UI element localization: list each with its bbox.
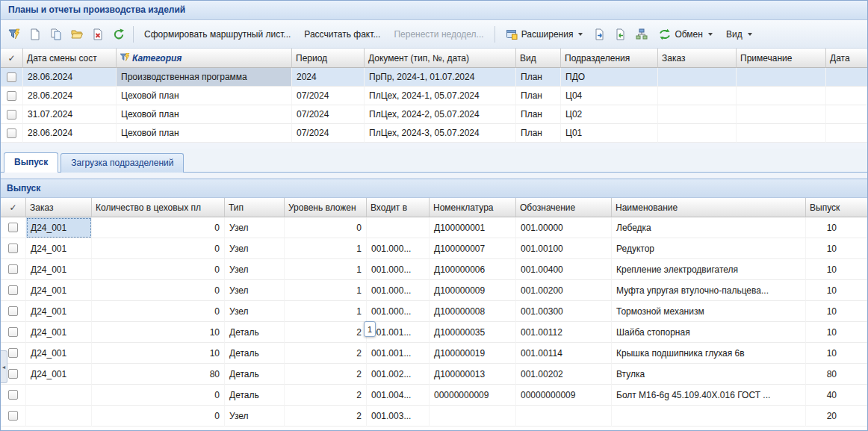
cell-item-name[interactable]: Тормозной механизм bbox=[612, 301, 806, 322]
filter-button[interactable] bbox=[4, 25, 24, 44]
column-header-department[interactable]: Подразделения bbox=[561, 49, 658, 68]
cell-date[interactable] bbox=[826, 87, 867, 105]
table-row[interactable]: 31.07.2024Цеховой план07/2024ПлЦех, 2024… bbox=[1, 105, 867, 124]
cell-nomenclature[interactable] bbox=[430, 406, 516, 427]
cell-nomenclature[interactable]: Д100000035 bbox=[430, 322, 516, 343]
table-row[interactable]: Д24_00110Деталь2001.001...Д100000019001.… bbox=[1, 343, 867, 364]
cell-order[interactable] bbox=[658, 87, 737, 105]
cell-nesting-level[interactable]: 1 bbox=[285, 301, 367, 322]
cell-designation[interactable]: 001.00114 bbox=[516, 343, 612, 364]
cell-output[interactable]: 10 bbox=[806, 217, 867, 238]
row-checkbox[interactable] bbox=[8, 390, 18, 400]
row-checkbox[interactable] bbox=[8, 327, 18, 337]
cell-parent[interactable]: 001.002... bbox=[367, 364, 430, 385]
cell-department[interactable]: ПДО bbox=[561, 68, 658, 87]
cell-nesting-level[interactable]: 1 bbox=[285, 280, 367, 301]
move-unfinished-button[interactable]: Перенести недодел... bbox=[388, 25, 489, 43]
cell-designation[interactable]: 001.00000 bbox=[516, 217, 612, 238]
column-header-check[interactable]: ✓ bbox=[1, 49, 23, 68]
cell-date-changed[interactable]: 28.06.2024 bbox=[23, 68, 117, 87]
cell-output[interactable]: 40 bbox=[806, 385, 867, 406]
cell-order[interactable] bbox=[658, 105, 737, 124]
column-header-item-name[interactable]: Наименование bbox=[612, 198, 806, 217]
cell-kind[interactable]: План bbox=[516, 124, 561, 143]
collapse-handle[interactable]: ◄ bbox=[1, 350, 7, 383]
open-folder-button[interactable] bbox=[67, 25, 87, 44]
cell-order[interactable]: Д24_001 bbox=[26, 364, 92, 385]
column-header-document[interactable]: Документ (тип, №, дата) bbox=[365, 49, 516, 68]
cell-qty-in-shop-plans[interactable]: 0 bbox=[92, 280, 225, 301]
row-checkbox[interactable] bbox=[8, 348, 18, 358]
cell-kind[interactable]: План bbox=[516, 87, 561, 105]
cell-document[interactable]: ПлЦех, 2024-2, 05.07.2024 bbox=[365, 105, 516, 124]
cell-designation[interactable]: 001.00400 bbox=[516, 259, 612, 280]
cell-output[interactable]: 10 bbox=[806, 301, 867, 322]
column-header-category[interactable]: Категория bbox=[117, 49, 292, 68]
view-button[interactable]: Вид bbox=[720, 25, 758, 43]
tab-zagruzka-podrazdeleniy[interactable]: Загрузка подразделений bbox=[61, 153, 184, 173]
cell-note[interactable] bbox=[737, 124, 826, 143]
cell-document[interactable]: ПлЦех, 2024-3, 05.07.2024 bbox=[365, 124, 516, 143]
cell-item-name[interactable]: Шайба стопорная bbox=[612, 322, 806, 343]
cell-parent[interactable]: 001.004... bbox=[367, 385, 430, 406]
table-row[interactable]: 0Узел2001.003...20 bbox=[1, 406, 867, 427]
row-checkbox[interactable] bbox=[7, 72, 16, 82]
column-header-nomenclature[interactable]: Номенклатура bbox=[430, 198, 516, 217]
table-row[interactable]: 28.06.2024Цеховой план07/2024ПлЦех, 2024… bbox=[1, 124, 867, 143]
cell-qty-in-shop-plans[interactable]: 0 bbox=[92, 385, 225, 406]
refresh-button[interactable] bbox=[109, 25, 128, 44]
column-header-kind[interactable]: Вид bbox=[516, 49, 561, 68]
cell-order[interactable]: Д24_001 bbox=[26, 301, 92, 322]
column-header-qty-in-shop-plans[interactable]: Количество в цеховых пл bbox=[92, 198, 225, 217]
cell-designation[interactable]: 001.00100 bbox=[516, 238, 612, 259]
cell-parent[interactable]: 001.000... bbox=[367, 301, 430, 322]
cell-type[interactable]: Узел bbox=[225, 238, 285, 259]
table-row[interactable]: Д24_0010Узел1001.000...Д100000006001.004… bbox=[1, 259, 867, 280]
cell-nomenclature[interactable]: Д100000019 bbox=[430, 343, 516, 364]
cell-order[interactable]: Д24_001 bbox=[26, 343, 92, 364]
table-row[interactable]: 28.06.2024Производственная программа2024… bbox=[1, 68, 867, 87]
cell-nomenclature[interactable]: 00000000009 bbox=[430, 385, 516, 406]
column-header-check[interactable]: ✓ bbox=[1, 198, 26, 217]
cell-category[interactable]: Производственная программа bbox=[117, 68, 292, 87]
column-header-parent[interactable]: Входит в bbox=[367, 198, 430, 217]
cell-type[interactable]: Узел bbox=[225, 217, 285, 238]
cell-nesting-level[interactable]: 2 bbox=[285, 406, 367, 427]
cell-nomenclature[interactable]: Д100000007 bbox=[430, 238, 516, 259]
cell-nesting-level[interactable]: 2 bbox=[285, 364, 367, 385]
cell-period[interactable]: 07/2024 bbox=[292, 87, 365, 105]
structure-button[interactable] bbox=[632, 25, 651, 44]
cell-output[interactable]: 80 bbox=[806, 364, 867, 385]
cell-qty-in-shop-plans[interactable]: 0 bbox=[92, 301, 225, 322]
cell-output[interactable]: 10 bbox=[806, 343, 867, 364]
cell-parent[interactable]: 001.001... bbox=[367, 322, 430, 343]
row-checkbox[interactable] bbox=[8, 264, 18, 274]
cell-parent[interactable] bbox=[367, 217, 430, 238]
cell-item-name[interactable]: Болт М16-6g 45.109.40Х.016 ГОСТ ... bbox=[612, 385, 806, 406]
cell-parent[interactable]: 001.000... bbox=[367, 259, 430, 280]
column-header-note[interactable]: Примечание bbox=[737, 49, 826, 68]
cell-qty-in-shop-plans[interactable]: 80 bbox=[92, 364, 225, 385]
cell-date[interactable] bbox=[826, 68, 867, 87]
cell-order[interactable]: Д24_001 bbox=[26, 280, 92, 301]
cell-order[interactable]: Д24_001 bbox=[26, 259, 92, 280]
cell-designation[interactable]: 00000000009 bbox=[516, 385, 612, 406]
add-document-button[interactable] bbox=[25, 25, 45, 44]
row-checkbox[interactable] bbox=[8, 306, 18, 316]
cell-parent[interactable]: 001.003... bbox=[367, 406, 430, 427]
cell-item-name[interactable]: Редуктор bbox=[612, 238, 806, 259]
cell-parent[interactable]: 001.001... bbox=[367, 343, 430, 364]
exchange-button[interactable]: Обмен bbox=[653, 25, 719, 44]
row-checkbox[interactable] bbox=[8, 369, 18, 379]
column-header-period[interactable]: Период bbox=[292, 49, 365, 68]
cell-type[interactable]: Узел bbox=[225, 259, 285, 280]
cell-type[interactable]: Деталь bbox=[225, 322, 285, 343]
cell-nesting-level[interactable]: 2 bbox=[285, 385, 367, 406]
cell-order[interactable] bbox=[26, 385, 92, 406]
cell-department[interactable]: Ц01 bbox=[561, 124, 658, 143]
cell-nomenclature[interactable]: Д100000013 bbox=[430, 364, 516, 385]
cell-qty-in-shop-plans[interactable]: 10 bbox=[92, 343, 225, 364]
cell-order[interactable] bbox=[658, 68, 737, 87]
route-list-button[interactable]: Сформировать маршрутный лист... bbox=[138, 25, 297, 43]
row-checkbox[interactable] bbox=[8, 223, 18, 232]
